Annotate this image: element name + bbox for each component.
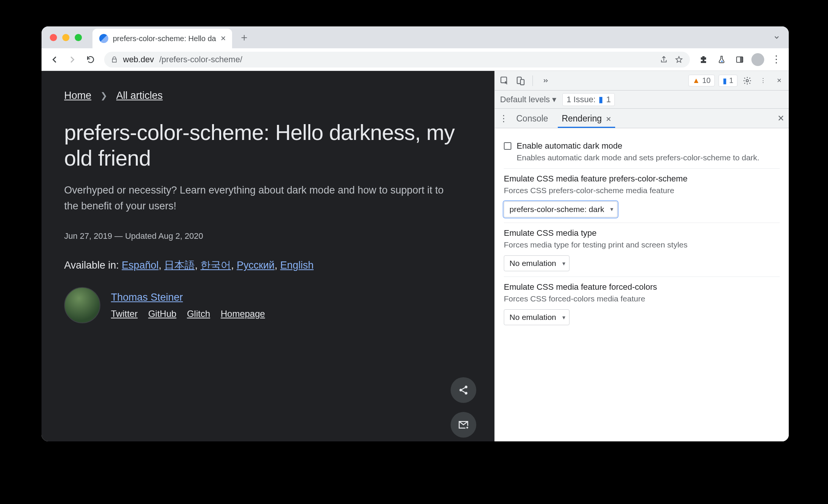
svg-point-0 xyxy=(721,60,723,62)
breadcrumb-home[interactable]: Home xyxy=(64,90,91,101)
bookmark-star-icon[interactable] xyxy=(675,55,683,64)
rendering-panel: Enable automatic dark mode Enables autom… xyxy=(495,128,789,441)
infos-badge[interactable]: ▮1 xyxy=(719,75,737,87)
profile-button[interactable] xyxy=(750,52,765,67)
traffic-lights xyxy=(50,34,82,41)
tabs-dropdown-button[interactable] xyxy=(773,34,780,41)
svg-rect-2 xyxy=(740,57,743,62)
page-title: prefers-color-scheme: Hello darkness, my… xyxy=(64,120,472,171)
url-domain: web.dev xyxy=(123,55,154,65)
option-auto-dark: Enable automatic dark mode Enables autom… xyxy=(504,136,780,169)
inspect-element-icon[interactable] xyxy=(499,75,511,87)
option-title: Enable automatic dark mode xyxy=(517,141,759,151)
lang-link[interactable]: Русский xyxy=(237,260,274,271)
forward-button[interactable] xyxy=(65,52,80,67)
select-prefers-color-scheme[interactable]: prefers-color-scheme: dark xyxy=(504,201,617,217)
close-window-button[interactable] xyxy=(50,34,57,41)
address-actions xyxy=(660,55,683,64)
side-panel-icon[interactable] xyxy=(732,52,747,67)
tab-bar: prefers-color-scheme: Hello da ✕ ＋ xyxy=(42,26,789,48)
option-desc: Forces CSS prefers-color-scheme media fe… xyxy=(504,185,780,196)
share-icon[interactable] xyxy=(660,55,668,64)
drawer-tabs: ⋮ Console Rendering ✕ ✕ xyxy=(495,109,789,128)
device-toolbar-icon[interactable] xyxy=(514,75,526,87)
tab-title: prefers-color-scheme: Hello da xyxy=(113,34,216,43)
page-content: Home ❯ All articles prefers-color-scheme… xyxy=(42,71,494,441)
infos-count: 1 xyxy=(729,76,733,85)
extensions-button[interactable] xyxy=(696,52,711,67)
checkbox-auto-dark[interactable] xyxy=(504,142,511,150)
author-name-link[interactable]: Thomas Steiner xyxy=(111,292,265,303)
labs-icon[interactable] xyxy=(714,52,729,67)
svg-point-4 xyxy=(460,389,462,392)
issues-label: 1 Issue: xyxy=(566,95,596,104)
devtools-toolbar: ▲10 ▮1 ⋮ ✕ xyxy=(495,71,789,91)
lang-link[interactable]: Español xyxy=(122,260,159,271)
issues-badge[interactable]: 1 Issue: ▮ 1 xyxy=(562,93,615,106)
lock-icon xyxy=(111,56,118,63)
browser-tab[interactable]: prefers-color-scheme: Hello da ✕ xyxy=(92,29,232,48)
select-forced-colors[interactable]: No emulation xyxy=(504,309,569,325)
tab-console[interactable]: Console xyxy=(511,109,553,128)
drawer-close-button[interactable]: ✕ xyxy=(777,114,784,123)
subscribe-fab[interactable] xyxy=(451,412,476,438)
settings-icon[interactable] xyxy=(741,75,753,87)
warnings-badge[interactable]: ▲10 xyxy=(688,75,715,86)
share-fab[interactable] xyxy=(451,377,476,403)
favicon-icon xyxy=(99,34,108,43)
devtools-panel: ▲10 ▮1 ⋮ ✕ Default levels ▾ 1 Issue: ▮ 1… xyxy=(494,71,789,441)
floating-actions xyxy=(451,377,476,438)
tab-close-button[interactable]: ✕ xyxy=(220,34,226,43)
tab-rendering[interactable]: Rendering ✕ xyxy=(556,109,617,128)
option-desc: Forces media type for testing print and … xyxy=(504,240,780,250)
select-media-type[interactable]: No emulation xyxy=(504,255,569,271)
author-link-glitch[interactable]: Glitch xyxy=(187,309,210,319)
issue-icon: ▮ xyxy=(599,95,603,104)
main-split: Home ❯ All articles prefers-color-scheme… xyxy=(42,71,789,441)
svg-point-10 xyxy=(746,80,748,82)
devtools-menu-icon[interactable]: ⋮ xyxy=(757,75,769,87)
drawer-menu-icon[interactable]: ⋮ xyxy=(499,113,508,123)
svg-point-3 xyxy=(465,386,468,388)
author-link-homepage[interactable]: Homepage xyxy=(221,309,265,319)
menu-button[interactable]: ⋮ xyxy=(768,52,783,67)
author-avatar[interactable] xyxy=(64,287,100,323)
close-icon[interactable]: ✕ xyxy=(606,115,611,123)
console-filter-bar: Default levels ▾ 1 Issue: ▮ 1 xyxy=(495,91,789,109)
log-levels-dropdown[interactable]: Default levels ▾ xyxy=(500,95,556,104)
new-tab-button[interactable]: ＋ xyxy=(239,30,249,45)
breadcrumb-all-articles[interactable]: All articles xyxy=(116,90,163,101)
svg-rect-9 xyxy=(520,79,524,85)
page-dateline: Jun 27, 2019 — Updated Aug 2, 2020 xyxy=(64,231,472,241)
reload-button[interactable] xyxy=(83,52,98,67)
chevron-right-icon: ❯ xyxy=(100,91,107,101)
back-button[interactable] xyxy=(47,52,62,67)
author-link-github[interactable]: GitHub xyxy=(148,309,177,319)
option-desc: Enables automatic dark mode and sets pre… xyxy=(517,152,759,163)
maximize-window-button[interactable] xyxy=(75,34,82,41)
info-icon: ▮ xyxy=(723,76,727,85)
option-title: Emulate CSS media feature prefers-color-… xyxy=(504,174,780,184)
option-media-type: Emulate CSS media type Forces media type… xyxy=(504,223,780,277)
browser-window: prefers-color-scheme: Hello da ✕ ＋ web.d… xyxy=(42,26,789,441)
devtools-close-button[interactable]: ✕ xyxy=(773,75,785,87)
option-desc: Forces CSS forced-colors media feature xyxy=(504,293,780,304)
author-block: Thomas Steiner Twitter GitHub Glitch Hom… xyxy=(64,287,472,323)
warning-icon: ▲ xyxy=(693,76,700,85)
address-bar[interactable]: web.dev/prefers-color-scheme/ xyxy=(104,52,690,68)
available-in-label: Available in: xyxy=(64,260,122,271)
url-path: /prefers-color-scheme/ xyxy=(159,55,242,65)
browser-toolbar: web.dev/prefers-color-scheme/ ⋮ xyxy=(42,48,789,71)
page-subtitle: Overhyped or necessity? Learn everything… xyxy=(64,183,453,214)
minimize-window-button[interactable] xyxy=(62,34,69,41)
lang-link[interactable]: English xyxy=(280,260,314,271)
warnings-count: 10 xyxy=(702,76,711,85)
option-forced-colors: Emulate CSS media feature forced-colors … xyxy=(504,277,780,330)
more-tabs-icon[interactable] xyxy=(539,75,551,87)
lang-link[interactable]: 한국어 xyxy=(200,260,231,271)
option-title: Emulate CSS media type xyxy=(504,228,780,238)
author-link-twitter[interactable]: Twitter xyxy=(111,309,138,319)
issues-count: 1 xyxy=(606,95,611,104)
breadcrumb: Home ❯ All articles xyxy=(64,90,472,101)
lang-link[interactable]: 日本語 xyxy=(164,260,195,271)
